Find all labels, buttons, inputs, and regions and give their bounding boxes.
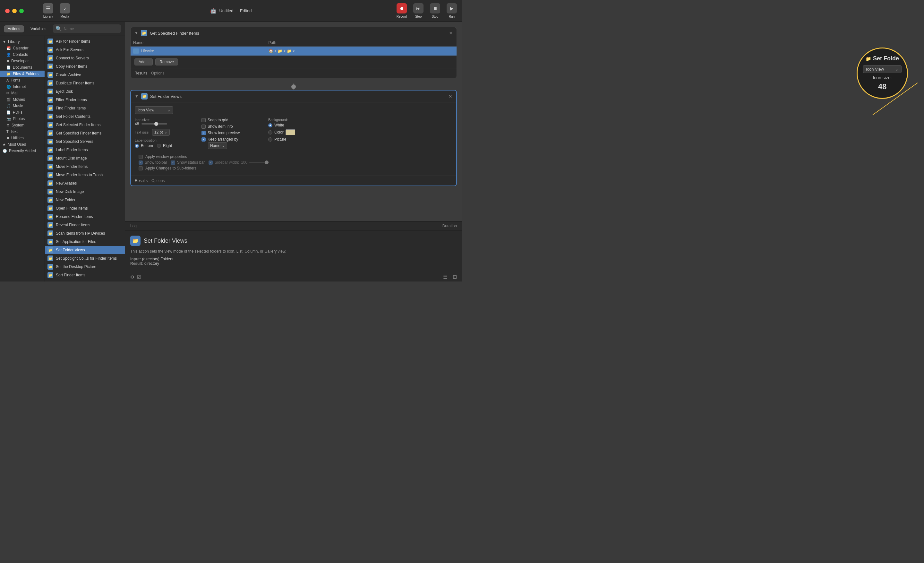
maximize-button[interactable] [19,9,24,13]
radio-icon [268,130,272,135]
action-set-spotlight[interactable]: 📁 Set Spotlight Co...s for Finder Items [45,254,125,263]
radio-right[interactable]: Right [157,144,172,148]
stop-button[interactable]: ⏹ Stop [430,3,440,18]
action-create-archive[interactable]: 📁 Create Archive [45,71,125,79]
tree-item-mail[interactable]: ✉ Mail [0,90,45,96]
tree-item-library[interactable]: ▼ Library [0,39,45,45]
action-new-disk-image[interactable]: 📁 New Disk Image [45,188,125,196]
tree-item-recently-added[interactable]: 🕐 Recently Added [0,148,45,154]
apply-window-checkbox[interactable] [139,155,143,159]
close-button[interactable] [5,9,10,13]
arrange-by-select[interactable]: Name ⌄ [208,142,227,149]
action-reveal-finder-items[interactable]: 📁 Reveal Finder Items [45,221,125,229]
view-dropdown[interactable]: Icon View ⌄ [135,106,173,114]
apply-sub-checkbox[interactable] [139,166,143,170]
tree-item-contacts[interactable]: 👤 Contacts [0,51,45,58]
card-footer: Results Options [131,176,456,186]
check-icon[interactable]: ☑ [137,275,141,279]
icon-size-slider[interactable] [141,123,167,125]
tree-item-files-folders[interactable]: 📁 Files & Folders [0,71,45,77]
action-new-folder[interactable]: 📁 New Folder [45,196,125,204]
close-icon[interactable]: ✕ [449,30,453,36]
tab-options[interactable]: Options [151,71,164,75]
checkbox-show-icon-preview[interactable]: ✓ Show icon preview [201,131,266,135]
action-mount-disk-image[interactable]: 📁 Mount Disk Image [45,154,125,162]
action-connect-to-servers[interactable]: 📁 Connect to Servers [45,54,125,62]
action-new-aliases[interactable]: 📁 New Aliases [45,179,125,188]
checkbox-show-item-info[interactable]: Show item info [201,124,266,129]
action-ask-for-servers[interactable]: 📁 Ask For Servers [45,46,125,54]
action-scan-items-hp[interactable]: 📁 Scan Items from HP Devices [45,229,125,237]
list-view-icon[interactable]: ☰ [443,274,448,280]
action-icon: 📁 [48,39,53,44]
recently-icon: 🕐 [3,149,7,153]
action-rename-finder-items[interactable]: 📁 Rename Finder Items [45,213,125,221]
tree-item-movies[interactable]: 🎬 Movies [0,96,45,103]
grid-view-icon[interactable]: ⊞ [453,274,457,280]
gear-icon[interactable]: ⚙ [130,275,134,279]
action-get-folder-contents[interactable]: 📁 Get Folder Contents [45,113,125,121]
action-open-finder-items[interactable]: 📁 Open Finder Items [45,204,125,213]
radio-picture[interactable]: Picture [268,137,332,141]
radio-color[interactable]: Color [268,129,332,135]
library-button[interactable]: ☰ Library [43,3,53,18]
tree-item-pdfs[interactable]: 📄 PDFs [0,109,45,116]
tree-item-calendar[interactable]: 📅 Calendar [0,45,45,51]
tree-item-utilities[interactable]: ✖ Utilities [0,135,45,141]
record-button[interactable]: ⏺ Record [396,3,407,18]
tree-item-developer[interactable]: ✖ Developer [0,58,45,64]
action-move-finder-items[interactable]: 📁 Move Finder Items [45,162,125,171]
close-icon[interactable]: ✕ [448,94,452,99]
tree-item-text[interactable]: T Text [0,128,45,135]
documents-icon: 📄 [6,66,11,70]
search-input[interactable] [64,27,119,31]
checkbox-label: Show item info [208,124,233,129]
radio-white[interactable]: White [268,123,332,128]
tree-item-most-used[interactable]: ★ Most Used [0,141,45,148]
tree-item-fonts[interactable]: A Fonts [0,77,45,83]
add-button[interactable]: Add... [134,59,153,66]
run-button[interactable]: ▶ Run [447,3,457,18]
checkbox-snap-to-grid[interactable]: Snap to grid [201,118,266,122]
text-size-select[interactable]: 12 pt ⌄ [152,129,170,136]
action-set-folder-views[interactable]: 📁 Set Folder Views [45,246,125,254]
tree-item-photos[interactable]: 📷 Photos [0,116,45,122]
action-get-specified-servers[interactable]: 📁 Get Specified Servers [45,137,125,146]
action-ask-finder-items[interactable]: 📁 Ask for Finder Items [45,37,125,46]
checkbox-keep-arranged-by[interactable]: ✓ Keep arranged by [201,137,266,141]
action-sort-finder-items[interactable]: 📁 Sort Finder Items [45,271,125,279]
action-eject-disk[interactable]: 📁 Eject Disk [45,87,125,96]
arrange-by-value: Name [210,144,220,148]
action-label-finder-items[interactable]: 📁 Label Finder Items [45,146,125,154]
tab-options[interactable]: Options [152,179,165,183]
minimize-button[interactable] [12,9,16,13]
remove-button[interactable]: Remove [155,59,178,66]
tree-item-documents[interactable]: 📄 Documents [0,64,45,71]
action-filter-finder-items[interactable]: 📁 Filter Finder Items [45,96,125,104]
step-button[interactable]: ⏭ Step [413,3,423,18]
collapse-icon[interactable]: ▼ [135,94,139,99]
radio-bottom[interactable]: Bottom [135,144,153,148]
media-button[interactable]: ♪ Media [60,3,70,18]
action-move-finder-items-trash[interactable]: 📁 Move Finder Items to Trash [45,171,125,179]
action-duplicate-finder-items[interactable]: 📁 Duplicate Finder Items [45,79,125,87]
table-row[interactable]: Lifewire 🏠 > 📁 > 📁 > [130,47,456,56]
action-get-specified-finder-items[interactable]: 📁 Get Specified Finder Items [45,129,125,137]
tab-actions[interactable]: Actions [4,26,24,32]
radio-label: Right [163,144,172,148]
tree-item-internet[interactable]: 🌐 Internet [0,83,45,90]
action-set-desktop-picture[interactable]: 📁 Set the Desktop Picture [45,263,125,271]
tab-results[interactable]: Results [135,179,148,183]
tab-variables[interactable]: Variables [27,26,50,32]
action-icon: 📁 [48,164,53,170]
tree-item-system[interactable]: ⚙ System [0,122,45,128]
tree-item-music[interactable]: 🎵 Music [0,103,45,109]
color-swatch[interactable] [285,129,295,135]
collapse-icon[interactable]: ▼ [134,31,138,35]
tab-results[interactable]: Results [134,71,147,75]
action-set-application-files[interactable]: 📁 Set Application for Files [45,237,125,246]
action-find-finder-items[interactable]: 📁 Find Finder Items [45,104,125,113]
action-get-selected-finder-items[interactable]: 📁 Get Selected Finder Items [45,121,125,129]
action-label: Move Finder Items to Trash [56,173,103,177]
action-copy-finder-items[interactable]: 📁 Copy Finder Items [45,62,125,71]
